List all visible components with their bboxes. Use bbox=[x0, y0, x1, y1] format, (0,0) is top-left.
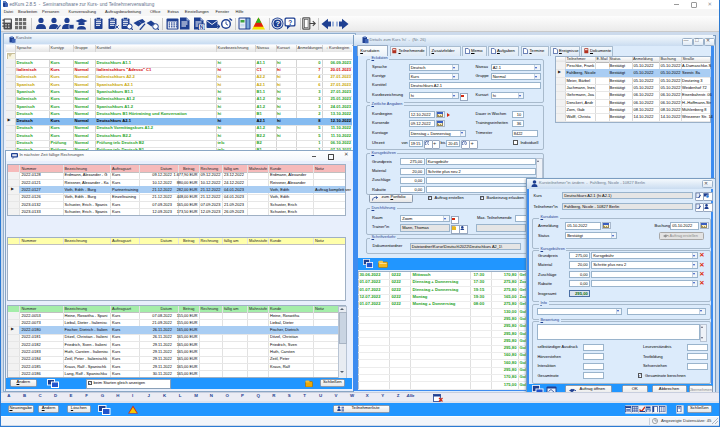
svg-text:?: ? bbox=[288, 19, 292, 26]
svg-text:N: N bbox=[199, 24, 203, 30]
svg-text:?: ? bbox=[275, 20, 280, 29]
